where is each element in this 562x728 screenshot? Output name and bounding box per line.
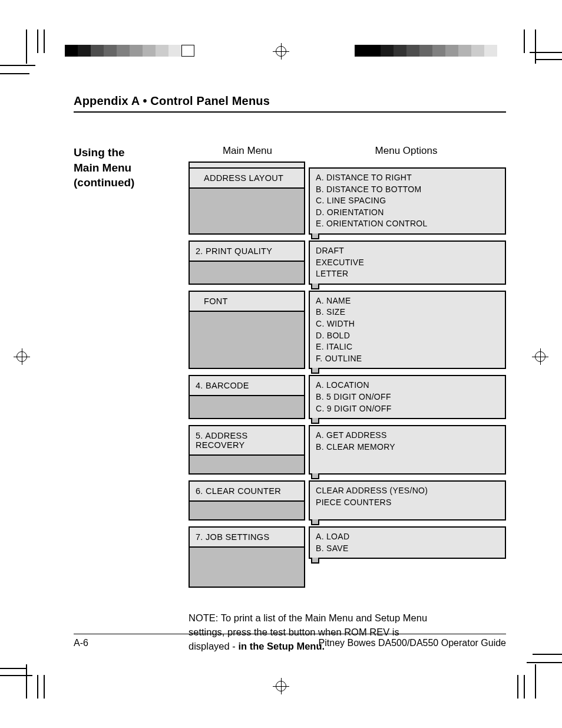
menu-row-job-settings: 7. JOB SETTINGS A. LOAD B. SAVE <box>189 526 506 588</box>
menu-option: B. CLEAR MEMORY <box>316 442 499 453</box>
menu-options-box: A. LOCATION B. 5 DIGIT ON/OFF C. 9 DIGIT… <box>309 375 506 419</box>
menu-options-box: A. DISTANCE TO RIGHT B. DISTANCE TO BOTT… <box>309 167 506 235</box>
registration-mark-icon <box>535 351 546 362</box>
menu-option: B. SIZE <box>316 307 499 318</box>
menu-shade <box>190 548 304 587</box>
menu-options-box: DRAFT EXECUTIVE LETTER <box>309 241 506 285</box>
menu-options-box: A. LOAD B. SAVE <box>309 526 506 559</box>
connector-stub <box>311 368 319 374</box>
side-title-line: Main Menu <box>74 160 177 176</box>
menu-item-label: 2. PRINT QUALITY <box>190 242 304 262</box>
menu-option: B. 5 DIGIT ON/OFF <box>316 391 499 403</box>
color-bar-left <box>65 45 194 57</box>
menu-options-box: CLEAR ADDRESS (YES/NO) PIECE COUNTERS <box>309 480 506 521</box>
side-title-line: Using the <box>74 145 177 160</box>
connector-stub <box>311 418 319 424</box>
menu-item-label: 4. BARCODE <box>190 376 304 396</box>
page-number: A-6 <box>74 638 88 648</box>
menu-option: EXECUTIVE <box>316 257 499 269</box>
connector-stub <box>311 558 319 564</box>
menu-options-box: A. GET ADDRESS B. CLEAR MEMORY <box>309 425 506 475</box>
menu-option: E. ITALIC <box>316 341 499 353</box>
registration-mark-icon <box>16 351 27 362</box>
registration-mark-icon <box>276 681 286 691</box>
page-footer: A-6 Pitney Bowes DA500/DA550 Operator Gu… <box>74 634 506 648</box>
menu-row-clear-counter: 6. CLEAR COUNTER CLEAR ADDRESS (YES/NO) … <box>189 480 506 521</box>
menu-option: C. WIDTH <box>316 318 499 330</box>
menu-option: C. 9 DIGIT ON/OFF <box>316 403 499 415</box>
menu-option: DRAFT <box>316 245 499 257</box>
menu-option: C. LINE SPACING <box>316 195 499 207</box>
menu-item-label: ADDRESS LAYOUT <box>190 169 304 189</box>
menu-shade <box>190 189 304 233</box>
menu-shade <box>190 396 304 418</box>
menu-option: A. LOCATION <box>316 380 499 391</box>
menu-option: A. NAME <box>316 295 499 307</box>
menu-item-label: FONT <box>190 292 304 312</box>
menu-row-print-quality: 2. PRINT QUALITY DRAFT EXECUTIVE LETTER <box>189 241 506 285</box>
side-title-line: (continued) <box>74 175 177 190</box>
section-header: Appendix A • Control Panel Menus <box>74 94 506 113</box>
menu-option: D. BOLD <box>316 330 499 342</box>
menu-option: A. LOAD <box>316 531 499 543</box>
menu-row-font: FONT A. NAME B. SIZE C. WIDTH D. BOLD E.… <box>189 291 506 370</box>
menu-option: PIECE COUNTERS <box>316 497 499 509</box>
column-header-main: Main Menu <box>189 145 306 157</box>
menu-option: CLEAR ADDRESS (YES/NO) <box>316 485 499 497</box>
document-title: Pitney Bowes DA500/DA550 Operator Guide <box>319 638 506 648</box>
menu-option: E. ORIENTATION CONTROL <box>316 218 499 230</box>
menu-shade <box>190 502 304 519</box>
menu-row-address-recovery: 5. ADDRESS RECOVERY A. GET ADDRESS B. CL… <box>189 425 506 475</box>
menu-item-label: 5. ADDRESS RECOVERY <box>190 426 304 456</box>
menu-option: B. DISTANCE TO BOTTOM <box>316 184 499 196</box>
menu-option: F. OUTLINE <box>316 353 499 365</box>
menu-shade <box>190 262 304 284</box>
menu-options-box: A. NAME B. SIZE C. WIDTH D. BOLD E. ITAL… <box>309 291 506 370</box>
menu-option: LETTER <box>316 268 499 280</box>
connector-stub <box>311 519 319 525</box>
menu-option: B. SAVE <box>316 543 499 555</box>
menu-shade <box>190 456 304 473</box>
connector-stub <box>311 473 319 479</box>
connector-stub <box>311 233 319 239</box>
column-header-options: Menu Options <box>306 145 506 157</box>
registration-mark-icon <box>276 46 286 57</box>
menu-row-address-layout: ADDRESS LAYOUT A. DISTANCE TO RIGHT B. D… <box>189 167 506 235</box>
menu-item-label: 7. JOB SETTINGS <box>190 528 304 548</box>
side-title: Using the Main Menu (continued) <box>74 145 177 654</box>
menu-option: A. DISTANCE TO RIGHT <box>316 172 499 184</box>
color-bar-right <box>355 45 497 57</box>
menu-option: D. ORIENTATION <box>316 207 499 219</box>
connector-stub <box>311 284 319 289</box>
menu-row-barcode: 4. BARCODE A. LOCATION B. 5 DIGIT ON/OFF… <box>189 375 506 419</box>
menu-shade <box>190 312 304 368</box>
menu-option: A. GET ADDRESS <box>316 430 499 442</box>
menu-item-label: 6. CLEAR COUNTER <box>190 482 304 502</box>
